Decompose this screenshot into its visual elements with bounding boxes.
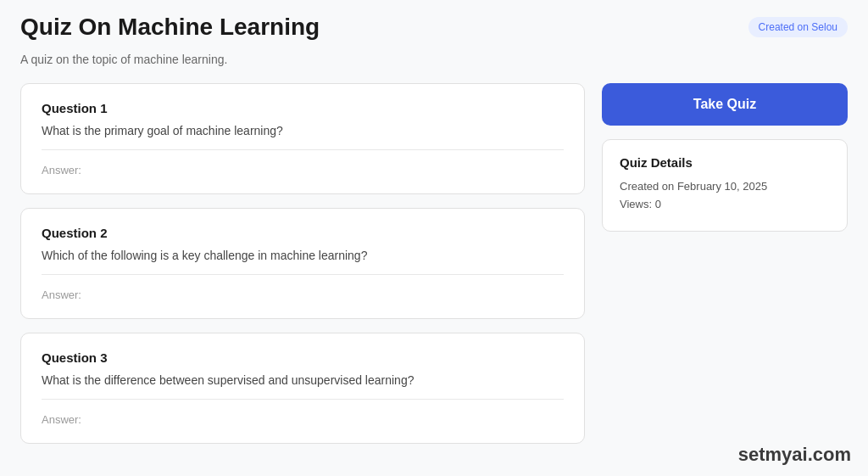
header-area: Quiz On Machine Learning Created on Selo…: [20, 14, 848, 46]
quiz-details-title: Quiz Details: [620, 155, 830, 170]
quiz-details-card: Quiz Details Created on February 10, 202…: [602, 139, 848, 232]
page-title: Quiz On Machine Learning: [20, 14, 748, 41]
answer-label: Answer:: [42, 288, 564, 301]
questions-column: Question 1What is the primary goal of ma…: [20, 83, 585, 444]
question-card: Question 1What is the primary goal of ma…: [20, 83, 585, 194]
question-text: What is the primary goal of machine lear…: [42, 124, 564, 150]
take-quiz-button[interactable]: Take Quiz: [602, 83, 848, 126]
question-card: Question 3What is the difference between…: [20, 333, 585, 444]
question-label: Question 2: [42, 226, 564, 240]
answer-label: Answer:: [42, 413, 564, 426]
question-card: Question 2Which of the following is a ke…: [20, 208, 585, 319]
subtitle: A quiz on the topic of machine learning.: [20, 53, 848, 66]
created-badge: Created on Selou: [748, 17, 848, 37]
question-text: What is the difference between supervise…: [42, 373, 564, 400]
title-section: Quiz On Machine Learning: [20, 14, 748, 46]
question-label: Question 1: [42, 101, 564, 115]
main-layout: Question 1What is the primary goal of ma…: [20, 83, 848, 444]
answer-label: Answer:: [42, 164, 564, 176]
sidebar-column: Take Quiz Quiz Details Created on Februa…: [602, 83, 848, 232]
question-label: Question 3: [42, 350, 564, 365]
page-container: Quiz On Machine Learning Created on Selo…: [0, 0, 868, 464]
question-text: Which of the following is a key challeng…: [42, 249, 564, 275]
quiz-views: Views: 0: [620, 198, 830, 210]
quiz-created-date: Created on February 10, 2025: [620, 180, 830, 193]
